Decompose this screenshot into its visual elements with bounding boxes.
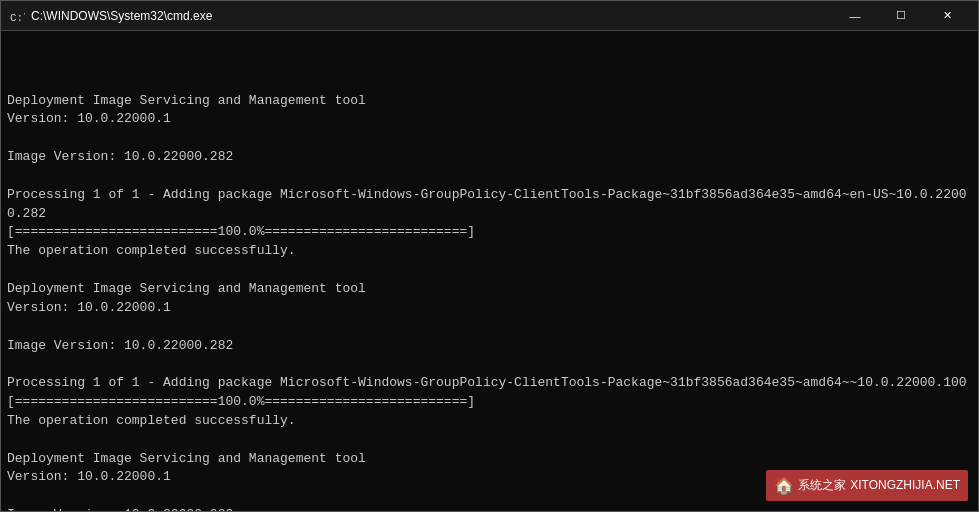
console-line xyxy=(7,167,972,186)
svg-text:C:\: C:\ xyxy=(10,12,25,24)
watermark: 🏠 系统之家 XITONGZHIJIA.NET xyxy=(766,470,968,501)
console-line: Version: 10.0.22000.1 xyxy=(7,299,972,318)
cmd-window: C:\ C:\WINDOWS\System32\cmd.exe — ☐ ✕ De… xyxy=(0,0,979,512)
maximize-button[interactable]: ☐ xyxy=(878,1,924,31)
console-line xyxy=(7,129,972,148)
cmd-icon: C:\ xyxy=(9,8,25,24)
title-bar: C:\ C:\WINDOWS\System32\cmd.exe — ☐ ✕ xyxy=(1,1,978,31)
close-button[interactable]: ✕ xyxy=(924,1,970,31)
console-line xyxy=(7,261,972,280)
console-line xyxy=(7,355,972,374)
console-output: Deployment Image Servicing and Managemen… xyxy=(1,31,978,511)
console-line: Processing 1 of 1 - Adding package Micro… xyxy=(7,186,972,224)
console-line: The operation completed successfully. xyxy=(7,412,972,431)
console-line xyxy=(7,318,972,337)
console-line: [==========================100.0%=======… xyxy=(7,393,972,412)
console-line: Image Version: 10.0.22000.282 xyxy=(7,148,972,167)
title-bar-controls: — ☐ ✕ xyxy=(832,1,970,31)
console-line: Image Version: 10.0.22000.282 xyxy=(7,506,972,511)
console-line: Processing 1 of 1 - Adding package Micro… xyxy=(7,374,972,393)
watermark-url: XITONGZHIJIA.NET xyxy=(850,477,960,494)
console-line: Image Version: 10.0.22000.282 xyxy=(7,337,972,356)
minimize-button[interactable]: — xyxy=(832,1,878,31)
console-line: Deployment Image Servicing and Managemen… xyxy=(7,450,972,469)
window-title: C:\WINDOWS\System32\cmd.exe xyxy=(31,9,832,23)
console-line: Version: 10.0.22000.1 xyxy=(7,110,972,129)
console-line xyxy=(7,431,972,450)
console-line: The operation completed successfully. xyxy=(7,242,972,261)
console-line: Deployment Image Servicing and Managemen… xyxy=(7,92,972,111)
console-line: Deployment Image Servicing and Managemen… xyxy=(7,280,972,299)
watermark-text: 系统之家 xyxy=(798,477,846,494)
console-line: [==========================100.0%=======… xyxy=(7,223,972,242)
watermark-icon: 🏠 xyxy=(774,474,794,497)
